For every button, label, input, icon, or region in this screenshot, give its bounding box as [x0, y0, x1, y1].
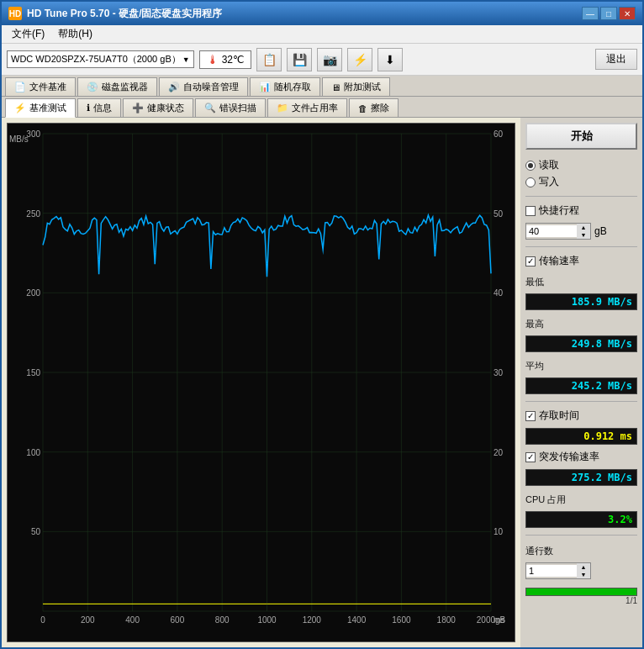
download-button[interactable]: ⬇	[377, 48, 403, 71]
spinner-up-button[interactable]: ▲	[577, 224, 590, 231]
transfer-rate-label: 传输速率	[539, 254, 579, 268]
copy-button[interactable]: 📋	[256, 48, 282, 71]
quick-program-spinner[interactable]: ▲ ▼	[525, 223, 591, 240]
erase-icon: 🗑	[358, 103, 367, 113]
avg-label: 平均	[525, 360, 637, 372]
access-time-box	[525, 411, 536, 421]
pass-count-label: 通行数	[525, 545, 637, 557]
minimize-button[interactable]: —	[582, 7, 599, 20]
access-time-value: 0.912 ms	[525, 428, 637, 445]
spinner-down-button[interactable]: ▼	[577, 231, 590, 239]
menu-bar: 文件(F) 帮助(H)	[2, 25, 642, 44]
cpu-value: 3.2%	[525, 511, 637, 528]
tab-benchmark[interactable]: ⚡ 基准测试	[5, 98, 76, 118]
min-value: 185.9 MB/s	[525, 293, 637, 310]
exit-button[interactable]: 退出	[595, 49, 637, 70]
pass-spinner-down[interactable]: ▼	[577, 571, 590, 578]
title-bar: HD HD Tune Pro 5.70 - 硬盘/固态硬盘实用程序 — □ ✕	[2, 2, 642, 25]
min-label: 最低	[525, 276, 637, 288]
mode-read-label: 读取	[539, 158, 559, 172]
chevron-down-icon: ▼	[182, 55, 190, 64]
app-icon: HD	[8, 7, 22, 20]
progress-bar-inner	[526, 588, 636, 595]
mode-write-label: 写入	[539, 175, 559, 189]
access-time-checkbox[interactable]: 存取时间	[525, 409, 637, 423]
mode-write[interactable]: 写入	[525, 175, 637, 189]
transfer-rate-box	[525, 256, 536, 266]
menu-file[interactable]: 文件(F)	[5, 25, 51, 43]
temperature-display: 🌡 32℃	[199, 50, 251, 69]
quick-program-box	[525, 206, 536, 216]
random-icon: 📊	[259, 82, 271, 92]
save-button[interactable]: 💾	[287, 48, 312, 71]
benchmark-chart	[8, 124, 515, 641]
burst-rate-checkbox[interactable]: 突发传输速率	[525, 450, 637, 464]
tab-file-benchmark[interactable]: 📄 文件基准	[5, 77, 76, 96]
title-buttons: — □ ✕	[582, 7, 636, 20]
progress-bar-outer	[525, 588, 637, 596]
pass-count-input[interactable]	[526, 565, 577, 577]
toolbar: WDC WD20SPZX-75UA7T0（2000 gB） ▼ 🌡 32℃ 📋 …	[2, 44, 642, 76]
app-window: HD HD Tune Pro 5.70 - 硬盘/固态硬盘实用程序 — □ ✕ …	[0, 0, 644, 649]
radio-read-dot	[525, 161, 536, 171]
tab-extra-tests[interactable]: 🖥 附加测试	[322, 77, 390, 96]
window-title: HD Tune Pro 5.70 - 硬盘/固态硬盘实用程序	[27, 7, 222, 21]
refresh-button[interactable]: ⚡	[347, 48, 372, 71]
info-icon: ℹ	[87, 103, 90, 113]
tab-error-scan[interactable]: 🔍 错误扫描	[195, 98, 266, 117]
max-value: 249.8 MB/s	[525, 335, 637, 352]
file-usage-icon: 📁	[277, 103, 288, 113]
transfer-rate-checkbox[interactable]: 传输速率	[525, 254, 637, 268]
tab-erase[interactable]: 🗑 擦除	[349, 98, 399, 117]
tab-health[interactable]: ➕ 健康状态	[123, 98, 193, 117]
quick-program-label: 快捷行程	[539, 203, 579, 218]
burst-rate-value: 275.2 MB/s	[525, 469, 637, 486]
burst-rate-label: 突发传输速率	[539, 450, 599, 464]
divider-2	[525, 246, 637, 247]
bottom-tab-bar: ⚡ 基准测试 ℹ 信息 ➕ 健康状态 🔍 错误扫描 📁 文件占用率 🗑 擦除	[2, 97, 642, 118]
mode-read[interactable]: 读取	[525, 158, 637, 172]
temperature-value: 32℃	[222, 54, 244, 66]
tab-disk-monitor[interactable]: 💿 磁盘监视器	[77, 77, 157, 96]
progress-label: 1/1	[525, 596, 637, 605]
radio-write-dot	[525, 177, 536, 187]
tab-info[interactable]: ℹ 信息	[77, 98, 121, 117]
divider-4	[525, 535, 637, 536]
pass-spinner-up[interactable]: ▲	[577, 563, 590, 571]
drive-label: WDC WD20SPZX-75UA7T0（2000 gB）	[11, 53, 181, 66]
main-panels: 开始 读取 写入 快捷行程 ▲	[2, 118, 642, 647]
extra-icon: 🖥	[331, 82, 340, 92]
camera-button[interactable]: 📷	[317, 48, 342, 71]
benchmark-icon: ⚡	[14, 103, 26, 113]
tab-noise-mgmt[interactable]: 🔊 自动噪音管理	[159, 77, 248, 96]
health-icon: ➕	[132, 103, 144, 113]
thermometer-icon: 🌡	[207, 53, 219, 66]
top-tab-bar: 📄 文件基准 💿 磁盘监视器 🔊 自动噪音管理 📊 随机存取 🖥 附加测试	[2, 76, 642, 97]
quick-program-checkbox[interactable]: 快捷行程	[525, 203, 637, 218]
menu-help[interactable]: 帮助(H)	[51, 25, 99, 43]
chart-container	[7, 123, 515, 642]
divider-1	[525, 196, 637, 197]
burst-rate-box	[525, 452, 536, 462]
mode-radio-group: 读取 写入	[525, 158, 637, 189]
drive-selector[interactable]: WDC WD20SPZX-75UA7T0（2000 gB） ▼	[7, 50, 194, 68]
start-button[interactable]: 开始	[525, 123, 637, 150]
right-panel: 开始 读取 写入 快捷行程 ▲	[520, 118, 642, 647]
progress-container: 1/1	[525, 586, 637, 605]
disk-monitor-icon: 💿	[87, 82, 98, 92]
access-time-label: 存取时间	[539, 409, 579, 423]
maximize-button[interactable]: □	[600, 7, 617, 20]
tab-file-usage[interactable]: 📁 文件占用率	[267, 98, 347, 117]
noise-icon: 🔊	[168, 82, 180, 92]
scan-icon: 🔍	[204, 103, 216, 113]
quick-program-unit: gB	[594, 225, 607, 237]
file-benchmark-icon: 📄	[14, 82, 26, 92]
tab-random-access[interactable]: 📊 随机存取	[250, 77, 320, 96]
quick-program-input[interactable]	[526, 225, 577, 237]
max-label: 最高	[525, 318, 637, 330]
cpu-label: CPU 占用	[525, 493, 637, 506]
divider-3	[525, 401, 637, 402]
avg-value: 245.2 MB/s	[525, 377, 637, 394]
close-button[interactable]: ✕	[619, 7, 636, 20]
pass-count-spinner[interactable]: ▲ ▼	[525, 562, 591, 579]
